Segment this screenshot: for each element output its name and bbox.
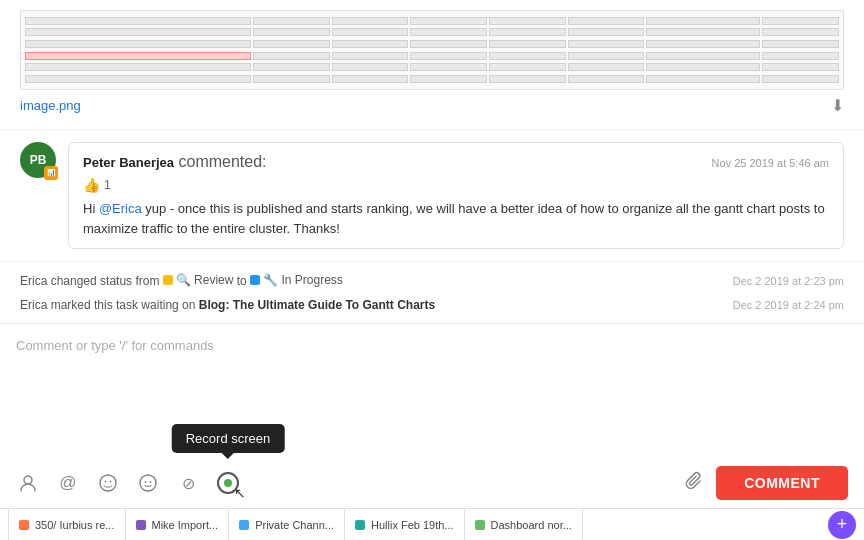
comment-timestamp: Nov 25 2019 at 5:46 am <box>712 157 829 169</box>
status-dot-yellow <box>163 275 173 285</box>
comment-button[interactable]: COMMENT <box>716 466 848 500</box>
image-filename-link[interactable]: image.png <box>20 98 81 113</box>
taskbar-dot-2 <box>239 520 249 530</box>
comment-header: Peter Banerjea commented: Nov 25 2019 at… <box>83 153 829 171</box>
download-icon[interactable]: ⬇ <box>831 96 844 115</box>
sticker-icon[interactable] <box>96 471 120 495</box>
status-dot-blue <box>250 275 260 285</box>
activity-row-2: Erica marked this task waiting on Blog: … <box>20 293 844 317</box>
svg-point-6 <box>150 481 152 483</box>
taskbar-label-3: Hullix Feb 19th... <box>371 519 454 531</box>
waiting-link[interactable]: Blog: The Ultimate Guide To Gantt Charts <box>199 298 435 312</box>
activity-time-1: Dec 2 2019 at 2:23 pm <box>733 275 844 287</box>
svg-point-0 <box>24 476 32 484</box>
comment-mention[interactable]: @Erica <box>99 201 142 216</box>
add-taskbar-button[interactable]: + <box>828 511 856 539</box>
commenter-name: Peter Banerjea <box>83 155 174 170</box>
comment-text-post: yup - once this is published and starts … <box>83 201 825 236</box>
commenter-action: commented: <box>179 153 267 170</box>
taskbar-label-0: 350/ Iurbius re... <box>35 519 115 531</box>
taskbar-dot-0 <box>19 520 29 530</box>
svg-point-4 <box>140 475 156 491</box>
comment-section: PB 📊 Peter Banerjea commented: Nov 25 20… <box>0 130 864 262</box>
taskbar-dot-1 <box>136 520 146 530</box>
comment-text: Hi @Erica yup - once this is published a… <box>83 199 829 238</box>
toolbar-icons: @ ⊘ <box>16 471 240 495</box>
comment-text-pre: Hi <box>83 201 99 216</box>
taskbar-item-2[interactable]: Private Chann... <box>229 509 345 540</box>
avatar: PB 📊 <box>20 142 56 178</box>
record-screen-tooltip: Record screen <box>172 424 285 453</box>
taskbar-item-4[interactable]: Dashboard nor... <box>465 509 583 540</box>
record-screen-icon[interactable]: ↖ <box>216 471 240 495</box>
avatar-badge: 📊 <box>44 166 58 180</box>
activity-text-1: Erica changed status from 🔍 Review to 🔧 … <box>20 273 721 288</box>
comment-bubble: Peter Banerjea commented: Nov 25 2019 at… <box>68 142 844 249</box>
taskbar: 350/ Iurbius re... Mike Import... Privat… <box>0 508 864 540</box>
taskbar-item-3[interactable]: Hullix Feb 19th... <box>345 509 465 540</box>
emoji-icon[interactable] <box>136 471 160 495</box>
svg-point-5 <box>145 481 147 483</box>
taskbar-dot-3 <box>355 520 365 530</box>
activity-text-2: Erica marked this task waiting on Blog: … <box>20 298 721 312</box>
activity-time-2: Dec 2 2019 at 2:24 pm <box>733 299 844 311</box>
taskbar-label-4: Dashboard nor... <box>491 519 572 531</box>
cursor-icon: ↖ <box>234 485 246 501</box>
main-container: image.png ⬇ PB 📊 Peter Banerjea commente… <box>0 0 864 540</box>
svg-point-3 <box>110 481 112 483</box>
svg-point-2 <box>105 481 107 483</box>
like-count: 1 <box>104 178 111 192</box>
status-to: 🔧 In Progress <box>250 273 343 287</box>
image-section: image.png ⬇ <box>0 0 864 130</box>
taskbar-dot-4 <box>475 520 485 530</box>
taskbar-item-1[interactable]: Mike Import... <box>126 509 230 540</box>
comment-placeholder[interactable]: Comment or type '/' for commands <box>16 334 848 460</box>
at-icon[interactable]: @ <box>56 471 80 495</box>
record-dot <box>224 479 232 487</box>
record-screen-container: Record screen ↖ <box>216 471 240 495</box>
taskbar-item-0[interactable]: 350/ Iurbius re... <box>8 509 126 540</box>
activity-row-1: Erica changed status from 🔍 Review to 🔧 … <box>20 268 844 293</box>
taskbar-label-2: Private Chann... <box>255 519 334 531</box>
activity-section: Erica changed status from 🔍 Review to 🔧 … <box>0 262 864 323</box>
spreadsheet-preview <box>20 10 844 90</box>
attachment-icon[interactable] <box>684 471 704 496</box>
toolbar-row: @ ⊘ <box>16 460 848 508</box>
comment-input-section: Comment or type '/' for commands @ <box>0 323 864 508</box>
toolbar-right: COMMENT <box>684 466 848 500</box>
like-icon[interactable]: 👍 <box>83 177 100 193</box>
taskbar-label-1: Mike Import... <box>152 519 219 531</box>
status-from: 🔍 Review <box>163 273 234 287</box>
like-row: 👍 1 <box>83 177 829 193</box>
svg-point-1 <box>100 475 116 491</box>
slash-command-icon[interactable]: ⊘ <box>176 471 200 495</box>
person-icon[interactable] <box>16 471 40 495</box>
